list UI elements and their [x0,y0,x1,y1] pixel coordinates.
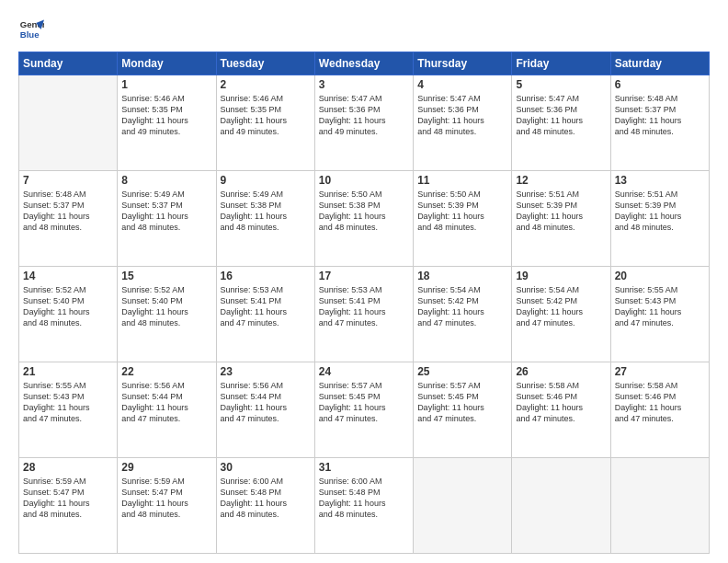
calendar-cell: 13Sunrise: 5:51 AM Sunset: 5:39 PM Dayli… [610,171,709,267]
day-number: 23 [221,365,311,378]
calendar-cell: 14Sunrise: 5:52 AM Sunset: 5:40 PM Dayli… [19,267,118,362]
cell-info: Sunrise: 5:57 AM Sunset: 5:45 PM Dayligh… [417,380,507,425]
calendar-cell: 28Sunrise: 5:59 AM Sunset: 5:47 PM Dayli… [19,458,118,554]
day-number: 14 [23,270,113,282]
svg-text:Blue: Blue [20,29,40,40]
cell-info: Sunrise: 5:49 AM Sunset: 5:38 PM Dayligh… [221,189,311,234]
day-number: 10 [319,174,409,187]
weekday-header-row: SundayMondayTuesdayWednesdayThursdayFrid… [19,52,710,75]
week-row-5: 28Sunrise: 5:59 AM Sunset: 5:47 PM Dayli… [19,458,710,554]
calendar-cell: 22Sunrise: 5:56 AM Sunset: 5:44 PM Dayli… [118,362,216,458]
day-number: 15 [121,270,211,282]
cell-info: Sunrise: 5:47 AM Sunset: 5:36 PM Dayligh… [516,93,606,138]
cell-info: Sunrise: 5:55 AM Sunset: 5:43 PM Dayligh… [23,380,113,425]
day-number: 17 [319,270,409,282]
cell-info: Sunrise: 5:59 AM Sunset: 5:47 PM Dayligh… [121,476,211,521]
cell-info: Sunrise: 5:52 AM Sunset: 5:40 PM Dayligh… [23,284,113,329]
day-number: 26 [516,365,606,378]
calendar-table: SundayMondayTuesdayWednesdayThursdayFrid… [18,52,710,554]
day-number: 20 [615,270,705,282]
calendar-cell: 11Sunrise: 5:50 AM Sunset: 5:39 PM Dayli… [414,171,512,267]
cell-info: Sunrise: 5:58 AM Sunset: 5:46 PM Dayligh… [516,380,606,425]
calendar-cell: 15Sunrise: 5:52 AM Sunset: 5:40 PM Dayli… [118,267,216,362]
calendar-cell: 25Sunrise: 5:57 AM Sunset: 5:45 PM Dayli… [414,362,512,458]
calendar-cell: 6Sunrise: 5:48 AM Sunset: 5:37 PM Daylig… [610,75,709,171]
week-row-2: 7Sunrise: 5:48 AM Sunset: 5:37 PM Daylig… [19,171,710,267]
calendar-cell: 7Sunrise: 5:48 AM Sunset: 5:37 PM Daylig… [19,171,118,267]
cell-info: Sunrise: 5:58 AM Sunset: 5:46 PM Dayligh… [615,380,705,425]
weekday-header-wednesday: Wednesday [314,52,413,75]
calendar-cell: 29Sunrise: 5:59 AM Sunset: 5:47 PM Dayli… [118,458,216,554]
day-number: 6 [615,78,705,91]
cell-info: Sunrise: 5:53 AM Sunset: 5:41 PM Dayligh… [221,284,311,329]
day-number: 22 [121,365,211,378]
day-number: 16 [221,270,311,282]
cell-info: Sunrise: 5:47 AM Sunset: 5:36 PM Dayligh… [319,93,409,138]
cell-info: Sunrise: 5:48 AM Sunset: 5:37 PM Dayligh… [23,189,113,234]
cell-info: Sunrise: 5:57 AM Sunset: 5:45 PM Dayligh… [319,380,409,425]
calendar-cell: 2Sunrise: 5:46 AM Sunset: 5:35 PM Daylig… [216,75,314,171]
day-number: 5 [516,78,606,91]
calendar-cell: 8Sunrise: 5:49 AM Sunset: 5:37 PM Daylig… [118,171,216,267]
cell-info: Sunrise: 5:53 AM Sunset: 5:41 PM Dayligh… [319,284,409,329]
calendar-cell: 21Sunrise: 5:55 AM Sunset: 5:43 PM Dayli… [19,362,118,458]
week-row-4: 21Sunrise: 5:55 AM Sunset: 5:43 PM Dayli… [19,362,710,458]
cell-info: Sunrise: 5:55 AM Sunset: 5:43 PM Dayligh… [615,284,705,329]
calendar-cell: 17Sunrise: 5:53 AM Sunset: 5:41 PM Dayli… [314,267,413,362]
day-number: 2 [221,78,311,91]
cell-info: Sunrise: 5:59 AM Sunset: 5:47 PM Dayligh… [23,476,113,521]
day-number: 21 [23,365,113,378]
calendar-cell: 30Sunrise: 6:00 AM Sunset: 5:48 PM Dayli… [216,458,314,554]
cell-info: Sunrise: 5:52 AM Sunset: 5:40 PM Dayligh… [121,284,211,329]
day-number: 28 [23,461,113,474]
day-number: 27 [615,365,705,378]
day-number: 4 [417,78,507,91]
calendar-cell [610,458,709,554]
day-number: 11 [417,174,507,187]
calendar-cell: 19Sunrise: 5:54 AM Sunset: 5:42 PM Dayli… [512,267,610,362]
day-number: 8 [121,174,211,187]
day-number: 12 [516,174,606,187]
day-number: 18 [417,270,507,282]
page: General Blue SundayMondayTuesdayWednesda… [0,0,728,563]
cell-info: Sunrise: 5:48 AM Sunset: 5:37 PM Dayligh… [615,93,705,138]
cell-info: Sunrise: 5:46 AM Sunset: 5:35 PM Dayligh… [121,93,211,138]
logo-icon: General Blue [18,17,44,42]
week-row-3: 14Sunrise: 5:52 AM Sunset: 5:40 PM Dayli… [19,267,710,362]
weekday-header-monday: Monday [118,52,216,75]
calendar-cell: 1Sunrise: 5:46 AM Sunset: 5:35 PM Daylig… [118,75,216,171]
cell-info: Sunrise: 5:51 AM Sunset: 5:39 PM Dayligh… [615,189,705,234]
day-number: 19 [516,270,606,282]
calendar-cell: 3Sunrise: 5:47 AM Sunset: 5:36 PM Daylig… [314,75,413,171]
calendar-cell [19,75,118,171]
calendar-cell: 20Sunrise: 5:55 AM Sunset: 5:43 PM Dayli… [610,267,709,362]
day-number: 13 [615,174,705,187]
calendar-cell: 27Sunrise: 5:58 AM Sunset: 5:46 PM Dayli… [610,362,709,458]
day-number: 24 [319,365,409,378]
cell-info: Sunrise: 5:50 AM Sunset: 5:38 PM Dayligh… [319,189,409,234]
cell-info: Sunrise: 5:49 AM Sunset: 5:37 PM Dayligh… [121,189,211,234]
weekday-header-sunday: Sunday [19,52,118,75]
calendar-cell [512,458,610,554]
cell-info: Sunrise: 5:54 AM Sunset: 5:42 PM Dayligh… [516,284,606,329]
week-row-1: 1Sunrise: 5:46 AM Sunset: 5:35 PM Daylig… [19,75,710,171]
weekday-header-thursday: Thursday [414,52,512,75]
cell-info: Sunrise: 5:56 AM Sunset: 5:44 PM Dayligh… [221,380,311,425]
calendar-cell: 31Sunrise: 6:00 AM Sunset: 5:48 PM Dayli… [314,458,413,554]
cell-info: Sunrise: 5:50 AM Sunset: 5:39 PM Dayligh… [417,189,507,234]
cell-info: Sunrise: 5:47 AM Sunset: 5:36 PM Dayligh… [417,93,507,138]
day-number: 31 [319,461,409,474]
cell-info: Sunrise: 5:54 AM Sunset: 5:42 PM Dayligh… [417,284,507,329]
calendar-cell: 23Sunrise: 5:56 AM Sunset: 5:44 PM Dayli… [216,362,314,458]
cell-info: Sunrise: 5:56 AM Sunset: 5:44 PM Dayligh… [121,380,211,425]
cell-info: Sunrise: 6:00 AM Sunset: 5:48 PM Dayligh… [319,476,409,521]
cell-info: Sunrise: 5:51 AM Sunset: 5:39 PM Dayligh… [516,189,606,234]
weekday-header-tuesday: Tuesday [216,52,314,75]
day-number: 3 [319,78,409,91]
calendar-cell [414,458,512,554]
calendar-cell: 4Sunrise: 5:47 AM Sunset: 5:36 PM Daylig… [414,75,512,171]
calendar-cell: 16Sunrise: 5:53 AM Sunset: 5:41 PM Dayli… [216,267,314,362]
logo: General Blue [18,17,44,42]
cell-info: Sunrise: 6:00 AM Sunset: 5:48 PM Dayligh… [221,476,311,521]
calendar-cell: 9Sunrise: 5:49 AM Sunset: 5:38 PM Daylig… [216,171,314,267]
